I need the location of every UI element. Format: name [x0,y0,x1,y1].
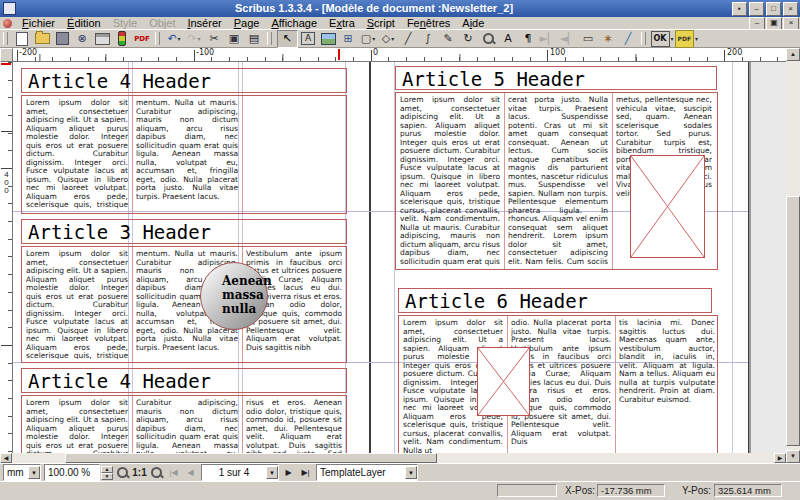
measurements-button[interactable]: ▭ [579,31,598,47]
pdf-tool-button[interactable]: PDF▾ [675,31,699,47]
page-select[interactable]: 1 sur 4 ▼ [201,464,279,481]
menu-edition[interactable]: Édition [61,17,107,29]
zoom-tool-button[interactable] [479,31,498,47]
zoom-in-button[interactable] [149,465,164,480]
gradient-circle-shape[interactable]: Aenean massa nulla [200,262,268,330]
menu-aide[interactable]: Aide [456,17,490,29]
cut-button[interactable]: ✂ [205,31,224,47]
insert-polygon-button[interactable]: ◇▾ [379,31,398,47]
zoom-reset-button[interactable]: 1:1 [132,465,147,480]
text-frame-article3-header[interactable]: Article 3 Header [21,219,347,244]
dropdown-caret-icon[interactable]: ▾ [695,35,698,42]
vertical-ruler[interactable]: 400 [0,62,13,453]
zoom-out-button[interactable] [115,465,130,480]
preflight-verifier-button[interactable] [113,31,132,47]
window-menu-button[interactable]: ▪ [732,2,747,16]
ruler-origin-corner[interactable] [0,48,13,62]
text-frame-article6-body[interactable]: Lorem ipsum dolor sit amet, consectetuer… [398,315,718,453]
text-frame-article5-header[interactable]: Article 5 Header [395,66,717,90]
dropdown-caret-icon[interactable]: ▾ [372,35,375,42]
print-button[interactable] [93,31,112,47]
toolbar-handle[interactable] [267,32,272,45]
ruler-label: 400 [2,170,11,194]
copy-properties-button[interactable]: ∗ [599,31,618,47]
copy-button[interactable]: ▣ [225,31,244,47]
menu-fichier[interactable]: Fichier [16,17,61,29]
insert-line-button[interactable]: ╱ [399,31,418,47]
minimize-button[interactable]: – [749,2,764,16]
redo-button[interactable]: ↷▾ [185,31,204,47]
previous-page-button[interactable]: ◀ [183,465,198,480]
scrollbar-thumb[interactable] [65,453,437,463]
text-frame-article4-top-body[interactable]: Lorem ipsum dolor sit amet, consectetuer… [21,95,347,214]
maximize-button[interactable]: □ [766,2,781,16]
mdi-close-button[interactable]: × [783,17,799,30]
eye-dropper-button[interactable]: ╱ [619,31,638,47]
text-frame-article4-bottom-header[interactable]: Article 4 Header [21,368,347,393]
menu-affichage[interactable]: Affichage [265,17,323,29]
rotate-item-button[interactable]: ↻ [459,31,478,47]
mdi-restore-button[interactable]: ▣ [766,17,782,30]
toolbar-handle[interactable] [641,32,646,45]
menu-page[interactable]: Page [228,17,266,29]
text-frame-article6-header[interactable]: Article 6 Header [398,288,712,313]
export-pdf-button[interactable]: PDF [133,31,152,47]
scroll-up-icon[interactable]: ▲ [786,48,800,61]
horizontal-scrollbar[interactable]: ◀ ▶ [0,453,786,463]
dropdown-caret-icon[interactable]: ▾ [178,35,181,42]
menu-fenetres[interactable]: Fenêtres [401,17,456,29]
scrollbar-thumb[interactable] [786,196,800,446]
xpos-label: X-Pos: [565,485,595,496]
zoom-spinner[interactable]: ▲▼ [101,466,113,480]
open-document-button[interactable] [33,31,52,47]
insert-bezier-button[interactable]: ∫ [419,31,438,47]
story-editor-button[interactable]: ¶ [519,31,538,47]
image-frame-empty[interactable] [630,155,705,258]
insert-freehand-button[interactable]: ✎ [439,31,458,47]
vertical-scrollbar[interactable]: ▲ ▼ [786,48,800,463]
column-separator [132,247,133,362]
insert-shape-button[interactable]: ▢▾ [359,31,378,47]
link-text-frames-button[interactable]: ►▏ [539,31,558,47]
last-page-button[interactable]: ▶| [298,465,313,480]
dropdown-caret-icon[interactable]: ▾ [391,35,394,42]
text-frame-article4-bottom-body[interactable]: Lorem ipsum dolor sit amet, consectetuer… [21,395,347,453]
new-document-button[interactable] [13,31,32,47]
scroll-right-icon[interactable]: ▶ [774,453,786,463]
close-button[interactable]: × [783,2,798,16]
next-page-button[interactable]: ▶ [281,465,296,480]
first-page-button[interactable]: |◀ [166,465,181,480]
save-document-button[interactable] [53,31,72,47]
horizontal-ruler[interactable]: -200 -100 0 100 200 [13,48,786,62]
dropdown-caret-icon[interactable]: ▾ [671,35,674,42]
chevron-down-icon[interactable]: ▼ [266,466,278,479]
unlink-text-frames-button[interactable]: ◄▏ [559,31,578,47]
menu-inserer[interactable]: Insérer [181,17,227,29]
text-frame-article4-top-header[interactable]: Article 4 Header [21,68,347,93]
image-frame-empty[interactable] [477,347,530,416]
menu-extra[interactable]: Extra [323,17,361,29]
scroll-left-icon[interactable]: ◀ [0,453,12,463]
edit-contents-button[interactable]: A [499,31,518,47]
document-icon[interactable] [3,19,12,28]
close-document-button[interactable]: ⊗ [73,31,92,47]
toolbar-handle[interactable] [3,32,8,45]
chevron-down-icon[interactable]: ▼ [28,466,40,479]
paste-button[interactable]: ▤ [245,31,264,47]
insert-table-button[interactable]: ⊞ [339,31,358,47]
scroll-down-icon[interactable]: ▼ [786,450,800,463]
layer-select[interactable]: TemplateLayer ▼ [316,464,418,481]
toolbar-handle[interactable] [155,32,160,45]
select-item-button[interactable]: ↖ [277,30,298,48]
text-frame-article3-body[interactable]: Lorem ipsum dolor sit amet, consectetuer… [21,246,347,363]
chevron-down-icon[interactable]: ▼ [405,466,417,479]
undo-button[interactable]: ↶▾ [165,31,184,47]
insert-text-frame-button[interactable]: A [299,31,318,47]
menu-script[interactable]: Script [361,17,401,29]
ok-tool-button[interactable]: OK▾ [651,31,674,47]
insert-image-frame-button[interactable] [319,31,338,47]
zoom-level-field[interactable]: 100.00 % [44,464,100,481]
mdi-minimize-button[interactable]: – [749,17,765,30]
dropdown-caret-icon[interactable]: ▾ [198,35,201,42]
unit-select[interactable]: mm ▼ [3,464,41,481]
